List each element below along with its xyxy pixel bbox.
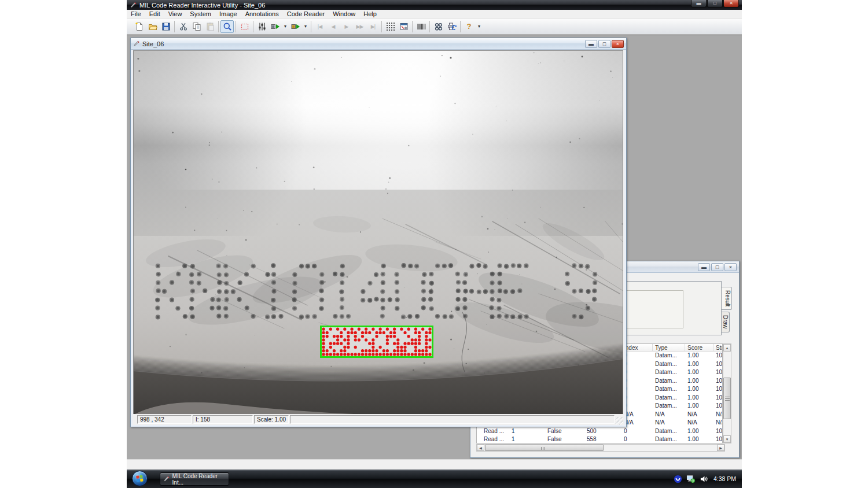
taskbar-app-button[interactable]: MIL Code Reader Int... bbox=[160, 472, 229, 486]
barcode-icon bbox=[417, 22, 426, 31]
nav-play-button[interactable]: ▶ bbox=[340, 20, 353, 33]
copy-button[interactable] bbox=[190, 20, 203, 33]
site-window-icon bbox=[133, 40, 140, 47]
menu-item-file[interactable]: File bbox=[127, 10, 145, 19]
display-settings-button[interactable] bbox=[397, 20, 410, 33]
cell-score: 1.00 bbox=[685, 360, 713, 369]
minimize-button[interactable]: ▬ bbox=[691, 0, 707, 8]
scroll-right-button[interactable]: ▶ bbox=[717, 445, 724, 451]
image-window-title: Site_06 bbox=[142, 40, 164, 47]
column-header-type[interactable]: Type bbox=[653, 344, 685, 351]
cell-score: 1.00 bbox=[685, 352, 713, 360]
menu-item-window[interactable]: Window bbox=[329, 10, 359, 19]
cell-num: 1 bbox=[509, 427, 545, 436]
cell-timeout: False bbox=[545, 427, 584, 436]
save-button[interactable] bbox=[159, 20, 172, 33]
scroll-left-button[interactable]: ◀ bbox=[477, 445, 484, 451]
scroll-down-button[interactable]: ▼ bbox=[723, 435, 731, 443]
cell-type: Datam... bbox=[653, 352, 685, 360]
column-header-score[interactable]: Score bbox=[685, 344, 713, 351]
help-dropdown[interactable]: ▾ bbox=[476, 20, 483, 33]
site-restore-button[interactable]: □ bbox=[598, 40, 610, 48]
resize-grip[interactable] bbox=[616, 417, 623, 424]
cell-score: N/A bbox=[685, 419, 713, 427]
process-run-dropdown[interactable]: ▾ bbox=[302, 20, 309, 33]
roi-rectangle-icon bbox=[240, 22, 249, 31]
nav-last-icon: ▶| bbox=[371, 24, 375, 29]
grab-run-button[interactable] bbox=[269, 20, 282, 33]
cell-score: 1.00 bbox=[685, 385, 713, 394]
cell-str: 10 bbox=[713, 385, 723, 394]
barcode-button[interactable] bbox=[414, 20, 428, 33]
chevron-down-icon: ▾ bbox=[303, 24, 308, 29]
taskbar-clock[interactable]: 4:38 PM bbox=[713, 475, 736, 482]
taskbar: MIL Code Reader Int... 4:38 PM bbox=[127, 469, 742, 488]
nav-next-button[interactable]: ▶▶ bbox=[353, 20, 366, 33]
adjust-button[interactable] bbox=[255, 20, 269, 33]
main-titlebar[interactable]: MIL Code Reader Interactive Utility - Si… bbox=[127, 0, 742, 10]
tab-draw[interactable]: Draw bbox=[722, 312, 730, 332]
system-tray: 4:38 PM bbox=[670, 469, 738, 488]
table-row[interactable]: Read ...1False5580Datam...1.0010 bbox=[477, 435, 722, 443]
site-minimize-button[interactable]: ▬ bbox=[585, 40, 597, 48]
column-header-str[interactable]: Str bbox=[713, 344, 723, 351]
toolbar-separator bbox=[174, 21, 175, 32]
result-tabs: Result Draw bbox=[722, 287, 732, 334]
tab-result[interactable]: Result bbox=[722, 287, 732, 310]
compare-button[interactable] bbox=[432, 20, 445, 33]
tray-app-icon[interactable] bbox=[674, 475, 682, 483]
print-export-button[interactable] bbox=[445, 20, 458, 33]
image-window-titlebar[interactable]: Site_06 ▬ □ × bbox=[131, 38, 626, 50]
menu-item-annotations[interactable]: Annotations bbox=[241, 10, 283, 19]
sliders-icon bbox=[258, 22, 267, 31]
nav-prev-button[interactable]: ◀ bbox=[326, 20, 340, 33]
horizontal-scrollbar[interactable]: ◀ ▶ bbox=[476, 444, 725, 452]
horizontal-scroll-thumb[interactable] bbox=[485, 445, 604, 451]
nav-next-icon: ▶▶ bbox=[356, 24, 363, 29]
grab-run-dropdown[interactable]: ▾ bbox=[282, 20, 289, 33]
scroll-up-button[interactable]: ▲ bbox=[723, 344, 731, 352]
chevron-down-icon: ▾ bbox=[476, 24, 482, 29]
menu-item-system[interactable]: System bbox=[186, 10, 215, 19]
cell-str: 10 bbox=[713, 435, 723, 443]
result-close-button[interactable]: × bbox=[724, 263, 737, 271]
cell-str: 10 bbox=[713, 368, 723, 377]
new-button[interactable] bbox=[133, 20, 146, 33]
menu-item-view[interactable]: View bbox=[164, 10, 186, 19]
zoom-button[interactable] bbox=[220, 20, 234, 33]
process-run-button[interactable] bbox=[289, 20, 302, 33]
cell-type: N/A bbox=[653, 411, 685, 419]
thumb-grip bbox=[725, 397, 730, 397]
chevron-down-icon: ▾ bbox=[282, 24, 288, 29]
network-icon[interactable] bbox=[686, 475, 696, 483]
result-maximize-button[interactable]: □ bbox=[711, 263, 723, 271]
table-row[interactable]: Read ...1False5000Datam...1.0010 bbox=[477, 427, 722, 436]
cell-str: 10 bbox=[713, 352, 723, 360]
grid-button[interactable] bbox=[384, 20, 397, 33]
speaker-icon[interactable] bbox=[700, 475, 708, 483]
vertical-scroll-thumb[interactable] bbox=[723, 378, 731, 419]
cell-score: 1.00 bbox=[685, 368, 713, 377]
close-button[interactable]: ✕ bbox=[723, 0, 739, 8]
cell-type: Datam... bbox=[653, 360, 685, 369]
cell-score: 1.00 bbox=[685, 402, 713, 411]
menu-item-image[interactable]: Image bbox=[215, 10, 241, 19]
help-button[interactable]: ? bbox=[462, 20, 476, 33]
nav-last-button[interactable]: ▶| bbox=[366, 20, 380, 33]
menu-item-code-reader[interactable]: Code Reader bbox=[283, 10, 329, 19]
result-minimize-button[interactable]: ▬ bbox=[698, 263, 710, 271]
menu-item-edit[interactable]: Edit bbox=[145, 10, 164, 19]
window-title: MIL Code Reader Interactive Utility - Si… bbox=[139, 2, 265, 9]
restore-button[interactable]: □ bbox=[707, 0, 723, 8]
roi-button[interactable] bbox=[238, 20, 251, 33]
nav-first-button[interactable]: |◀ bbox=[313, 20, 326, 33]
vertical-scrollbar[interactable]: ▲ ▼ bbox=[723, 343, 731, 443]
paste-button[interactable] bbox=[203, 20, 216, 33]
cut-button[interactable] bbox=[176, 20, 190, 33]
start-button[interactable] bbox=[132, 471, 148, 486]
site-close-button[interactable]: × bbox=[612, 40, 624, 48]
inspection-image[interactable] bbox=[133, 50, 623, 415]
cell-score: 1.00 bbox=[685, 394, 713, 402]
menu-item-help[interactable]: Help bbox=[359, 10, 381, 19]
open-button[interactable] bbox=[146, 20, 159, 33]
